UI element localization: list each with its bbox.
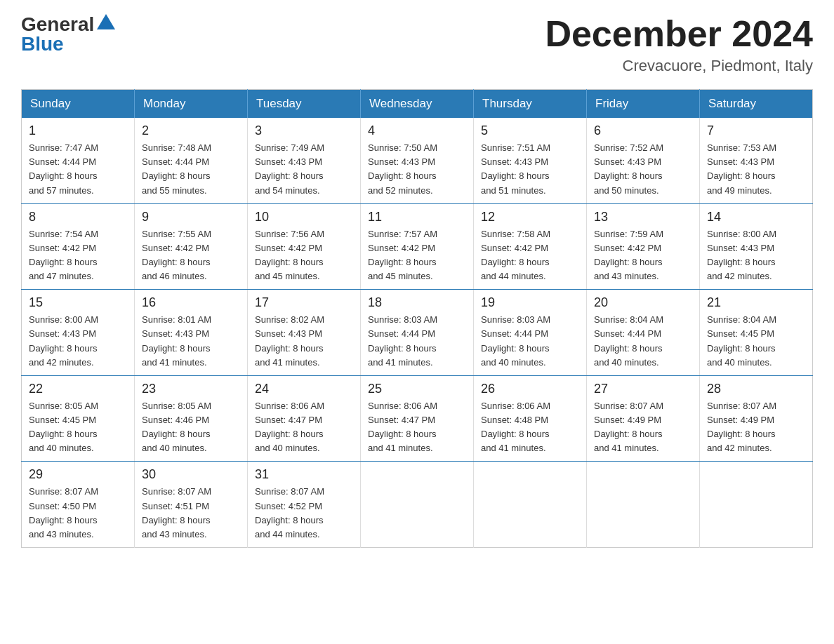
calendar-cell: 2 Sunrise: 7:48 AMSunset: 4:44 PMDayligh…	[135, 118, 248, 203]
calendar-cell: 3 Sunrise: 7:49 AMSunset: 4:43 PMDayligh…	[248, 118, 361, 203]
day-number: 1	[29, 123, 127, 138]
day-info: Sunrise: 7:58 AMSunset: 4:42 PMDaylight:…	[481, 229, 550, 281]
day-info: Sunrise: 8:00 AMSunset: 4:43 PMDaylight:…	[707, 229, 776, 281]
calendar-cell: 10 Sunrise: 7:56 AMSunset: 4:42 PMDaylig…	[248, 203, 361, 290]
day-info: Sunrise: 7:54 AMSunset: 4:42 PMDaylight:…	[29, 229, 98, 281]
day-info: Sunrise: 7:50 AMSunset: 4:43 PMDaylight:…	[368, 142, 437, 195]
day-info: Sunrise: 7:57 AMSunset: 4:42 PMDaylight:…	[368, 229, 437, 281]
day-number: 24	[255, 382, 353, 396]
day-info: Sunrise: 8:03 AMSunset: 4:44 PMDaylight:…	[481, 314, 550, 367]
calendar-cell: 22 Sunrise: 8:05 AMSunset: 4:45 PMDaylig…	[22, 375, 135, 462]
day-number: 15	[29, 295, 127, 310]
calendar-cell: 18 Sunrise: 8:03 AMSunset: 4:44 PMDaylig…	[361, 290, 474, 376]
calendar-cell	[474, 462, 587, 548]
calendar-cell: 24 Sunrise: 8:06 AMSunset: 4:47 PMDaylig…	[248, 375, 361, 462]
day-number: 28	[707, 382, 805, 396]
calendar-cell: 21 Sunrise: 8:04 AMSunset: 4:45 PMDaylig…	[700, 290, 813, 376]
day-info: Sunrise: 7:52 AMSunset: 4:43 PMDaylight:…	[594, 142, 663, 195]
week-row-4: 22 Sunrise: 8:05 AMSunset: 4:45 PMDaylig…	[22, 375, 813, 462]
day-number: 26	[481, 382, 579, 396]
day-info: Sunrise: 8:05 AMSunset: 4:46 PMDaylight:…	[142, 401, 211, 453]
calendar-cell: 9 Sunrise: 7:55 AMSunset: 4:42 PMDayligh…	[135, 203, 248, 290]
day-number: 7	[707, 123, 805, 138]
day-number: 2	[142, 123, 240, 138]
calendar-cell: 1 Sunrise: 7:47 AMSunset: 4:44 PMDayligh…	[22, 118, 135, 203]
day-number: 21	[707, 295, 805, 310]
calendar-cell: 28 Sunrise: 8:07 AMSunset: 4:49 PMDaylig…	[700, 375, 813, 462]
day-info: Sunrise: 7:53 AMSunset: 4:43 PMDaylight:…	[707, 142, 776, 195]
calendar-cell: 6 Sunrise: 7:52 AMSunset: 4:43 PMDayligh…	[587, 118, 700, 203]
day-number: 4	[368, 123, 466, 138]
title-section: December 2024 Crevacuore, Piedmont, Ital…	[545, 14, 813, 75]
calendar-cell: 13 Sunrise: 7:59 AMSunset: 4:42 PMDaylig…	[587, 203, 700, 290]
calendar-cell: 14 Sunrise: 8:00 AMSunset: 4:43 PMDaylig…	[700, 203, 813, 290]
calendar-cell: 5 Sunrise: 7:51 AMSunset: 4:43 PMDayligh…	[474, 118, 587, 203]
day-info: Sunrise: 7:51 AMSunset: 4:43 PMDaylight:…	[481, 142, 550, 195]
day-info: Sunrise: 8:07 AMSunset: 4:51 PMDaylight:…	[142, 486, 211, 539]
day-info: Sunrise: 8:04 AMSunset: 4:44 PMDaylight:…	[594, 314, 663, 367]
day-number: 3	[255, 123, 353, 138]
calendar-cell: 11 Sunrise: 7:57 AMSunset: 4:42 PMDaylig…	[361, 203, 474, 290]
day-number: 25	[368, 382, 466, 396]
calendar-cell: 23 Sunrise: 8:05 AMSunset: 4:46 PMDaylig…	[135, 375, 248, 462]
week-row-1: 1 Sunrise: 7:47 AMSunset: 4:44 PMDayligh…	[22, 118, 813, 203]
day-number: 17	[255, 295, 353, 310]
day-number: 5	[481, 123, 579, 138]
header-friday: Friday	[587, 90, 700, 119]
day-number: 14	[707, 210, 805, 224]
day-number: 20	[594, 295, 692, 310]
day-number: 6	[594, 123, 692, 138]
day-info: Sunrise: 7:48 AMSunset: 4:44 PMDaylight:…	[142, 142, 211, 195]
day-number: 10	[255, 210, 353, 224]
calendar-cell: 19 Sunrise: 8:03 AMSunset: 4:44 PMDaylig…	[474, 290, 587, 376]
calendar-cell: 25 Sunrise: 8:06 AMSunset: 4:47 PMDaylig…	[361, 375, 474, 462]
calendar-table: SundayMondayTuesdayWednesdayThursdayFrid…	[21, 89, 813, 548]
day-number: 11	[368, 210, 466, 224]
day-info: Sunrise: 8:02 AMSunset: 4:43 PMDaylight:…	[255, 314, 324, 367]
calendar-cell	[587, 462, 700, 548]
day-number: 29	[29, 467, 127, 482]
day-info: Sunrise: 8:03 AMSunset: 4:44 PMDaylight:…	[368, 314, 437, 367]
header-sunday: Sunday	[22, 90, 135, 119]
calendar-header-row: SundayMondayTuesdayWednesdayThursdayFrid…	[22, 90, 813, 119]
day-info: Sunrise: 8:00 AMSunset: 4:43 PMDaylight:…	[29, 314, 98, 367]
calendar-cell	[700, 462, 813, 548]
day-info: Sunrise: 8:07 AMSunset: 4:50 PMDaylight:…	[29, 486, 98, 539]
calendar-cell	[361, 462, 474, 548]
day-info: Sunrise: 8:01 AMSunset: 4:43 PMDaylight:…	[142, 314, 211, 367]
header-thursday: Thursday	[474, 90, 587, 119]
week-row-2: 8 Sunrise: 7:54 AMSunset: 4:42 PMDayligh…	[22, 203, 813, 290]
day-number: 22	[29, 382, 127, 396]
svg-marker-0	[97, 14, 115, 29]
calendar-cell: 31 Sunrise: 8:07 AMSunset: 4:52 PMDaylig…	[248, 462, 361, 548]
calendar-cell: 30 Sunrise: 8:07 AMSunset: 4:51 PMDaylig…	[135, 462, 248, 548]
calendar-cell: 12 Sunrise: 7:58 AMSunset: 4:42 PMDaylig…	[474, 203, 587, 290]
day-number: 31	[255, 467, 353, 482]
day-info: Sunrise: 8:07 AMSunset: 4:52 PMDaylight:…	[255, 486, 324, 539]
day-info: Sunrise: 8:06 AMSunset: 4:47 PMDaylight:…	[255, 401, 324, 453]
day-info: Sunrise: 7:47 AMSunset: 4:44 PMDaylight:…	[29, 142, 98, 195]
calendar-cell: 8 Sunrise: 7:54 AMSunset: 4:42 PMDayligh…	[22, 203, 135, 290]
calendar-cell: 26 Sunrise: 8:06 AMSunset: 4:48 PMDaylig…	[474, 375, 587, 462]
week-row-5: 29 Sunrise: 8:07 AMSunset: 4:50 PMDaylig…	[22, 462, 813, 548]
calendar-cell: 7 Sunrise: 7:53 AMSunset: 4:43 PMDayligh…	[700, 118, 813, 203]
logo-icon	[95, 13, 117, 34]
logo-blue: Blue	[21, 33, 64, 55]
day-info: Sunrise: 8:04 AMSunset: 4:45 PMDaylight:…	[707, 314, 776, 367]
day-number: 13	[594, 210, 692, 224]
header-saturday: Saturday	[700, 90, 813, 119]
calendar-cell: 16 Sunrise: 8:01 AMSunset: 4:43 PMDaylig…	[135, 290, 248, 376]
calendar-cell: 20 Sunrise: 8:04 AMSunset: 4:44 PMDaylig…	[587, 290, 700, 376]
day-info: Sunrise: 7:55 AMSunset: 4:42 PMDaylight:…	[142, 229, 211, 281]
day-number: 8	[29, 210, 127, 224]
calendar-cell: 17 Sunrise: 8:02 AMSunset: 4:43 PMDaylig…	[248, 290, 361, 376]
header-wednesday: Wednesday	[361, 90, 474, 119]
day-info: Sunrise: 7:49 AMSunset: 4:43 PMDaylight:…	[255, 142, 324, 195]
day-number: 23	[142, 382, 240, 396]
header-monday: Monday	[135, 90, 248, 119]
day-info: Sunrise: 8:06 AMSunset: 4:48 PMDaylight:…	[481, 401, 550, 453]
day-info: Sunrise: 8:07 AMSunset: 4:49 PMDaylight:…	[594, 401, 663, 453]
logo: General Blue	[21, 14, 117, 55]
day-number: 27	[594, 382, 692, 396]
day-info: Sunrise: 7:56 AMSunset: 4:42 PMDaylight:…	[255, 229, 324, 281]
